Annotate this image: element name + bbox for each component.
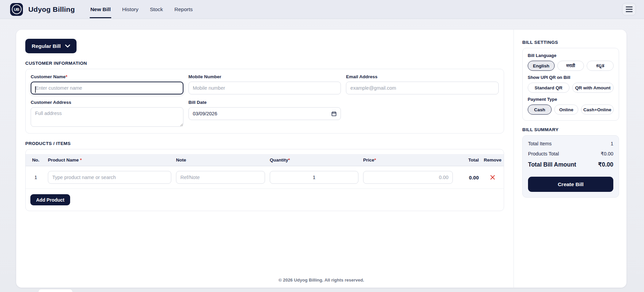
app-title: Udyog Billing [28, 5, 75, 13]
bill-language-label: Bill Language [528, 53, 614, 58]
bill-type-label: Regular Bill [32, 43, 61, 49]
summary-products-total: Products Total ₹0.00 [528, 151, 613, 156]
summary-total-items: Total Items 1 [528, 141, 613, 146]
col-note: Note [174, 157, 268, 163]
col-price: Price* [361, 157, 456, 163]
payment-type-label: Payment Type [528, 97, 614, 102]
quantity-input[interactable] [270, 171, 358, 184]
total-items-label: Total Items [528, 141, 552, 146]
product-name-input[interactable] [48, 171, 171, 184]
qr-option-standard[interactable]: Standard QR [528, 83, 569, 93]
create-bill-button[interactable]: Create Bill [528, 177, 613, 192]
bottom-toast-peek [38, 289, 73, 292]
products-table-header: No. Product Name * Note Quantity* Price*… [26, 154, 504, 166]
nav-item-stock[interactable]: Stock [150, 0, 163, 19]
logo-monogram: UB [12, 4, 22, 14]
language-option-kannada[interactable]: ಕನ್ನಡ [587, 61, 614, 71]
bill-type-dropdown[interactable]: Regular Bill [25, 39, 77, 53]
col-remove: Remove [481, 157, 504, 163]
total-items-value: 1 [611, 141, 613, 146]
add-product-button[interactable]: Add Product [30, 194, 70, 205]
nav-item-reports[interactable]: Reports [174, 0, 193, 19]
required-asterisk: * [66, 74, 67, 79]
remove-x-icon [490, 175, 495, 180]
bill-summary-title: BILL SUMMARY [522, 127, 619, 132]
language-option-english[interactable]: English [528, 61, 555, 71]
total-bill-amount-value: ₹0.00 [598, 161, 613, 168]
col-no: No. [26, 157, 46, 163]
customer-info-panel: Customer Name* Mobile Number Email Addre… [25, 69, 504, 134]
bill-form-card: Regular Bill CUSTOMER INFORMATION Custom… [16, 30, 626, 288]
customer-name-field: Customer Name* [31, 74, 183, 94]
price-input[interactable] [363, 171, 453, 184]
nav-item-new-bill[interactable]: New Bill [90, 0, 111, 19]
upi-qr-options: Standard QR QR with Amount [528, 83, 614, 93]
payment-option-online[interactable]: Online [554, 105, 578, 115]
row-number: 1 [26, 175, 46, 180]
bill-date-value: 03/09/2026 [193, 111, 217, 116]
customer-info-title: CUSTOMER INFORMATION [25, 61, 504, 66]
copyright-text: © 2026 Udyog Billing. All rights reserve… [16, 278, 626, 283]
qr-option-with-amount[interactable]: QR with Amount [572, 83, 614, 93]
payment-option-cash[interactable]: Cash [528, 105, 552, 115]
products-total-label: Products Total [528, 151, 559, 156]
mobile-number-input[interactable] [188, 82, 341, 94]
mobile-number-label: Mobile Number [188, 74, 222, 79]
bill-settings-title: BILL SETTINGS [522, 40, 619, 45]
customer-name-label: Customer Name [31, 74, 66, 79]
email-label: Email Address [346, 74, 377, 79]
col-total: Total [456, 157, 481, 163]
bill-language-options: English मराठी ಕನ್ನಡ [528, 61, 614, 71]
payment-option-cash-online[interactable]: Cash+Online [581, 105, 614, 115]
note-input[interactable] [176, 171, 265, 184]
products-title: PRODUCTS / ITEMS [25, 141, 504, 146]
product-row: 1 0.00 [26, 166, 504, 189]
col-quantity: Quantity* [268, 157, 361, 163]
customer-address-input[interactable] [31, 107, 183, 127]
upi-qr-label: Show UPI QR on Bill [528, 75, 614, 80]
calendar-icon[interactable] [331, 111, 336, 116]
total-bill-amount-label: Total Bill Amount [528, 161, 576, 168]
products-total-value: ₹0.00 [601, 151, 613, 156]
bill-settings-sidebar: BILL SETTINGS Bill Language English मराठ… [514, 30, 626, 288]
bill-summary-card: Total Items 1 Products Total ₹0.00 Total… [522, 135, 619, 198]
col-product-name: Product Name * [46, 157, 174, 163]
bill-date-field: Bill Date 03/09/2026 [188, 100, 341, 128]
chevron-down-icon [65, 45, 70, 48]
payment-type-options: Cash Online Cash+Online [528, 105, 614, 115]
summary-grand-total: Total Bill Amount ₹0.00 [528, 161, 613, 168]
nav-item-history[interactable]: History [122, 0, 138, 19]
bill-date-input[interactable]: 03/09/2026 [188, 107, 341, 120]
top-navbar: UB Udyog Billing New Bill History Stock … [0, 0, 644, 19]
email-input[interactable] [346, 82, 499, 94]
language-option-marathi[interactable]: मराठी [557, 61, 584, 71]
text-caret [35, 86, 36, 93]
main-nav: New Bill History Stock Reports [90, 0, 193, 19]
hamburger-icon [626, 6, 633, 7]
app-logo[interactable]: UB [10, 3, 23, 16]
customer-name-input[interactable] [31, 82, 183, 94]
bill-date-label: Bill Date [188, 100, 207, 105]
customer-address-label: Customer Address [31, 100, 71, 105]
customer-address-field: Customer Address [31, 100, 183, 128]
row-total: 0.00 [456, 175, 481, 180]
mobile-number-field: Mobile Number [188, 74, 341, 94]
menu-button[interactable] [622, 3, 636, 16]
bill-settings-card: Bill Language English मराठी ಕನ್ನಡ Show U… [522, 48, 619, 121]
remove-row-button[interactable] [481, 175, 504, 180]
email-field: Email Address [346, 74, 499, 94]
products-panel: No. Product Name * Note Quantity* Price*… [25, 149, 504, 211]
bill-form-content: Regular Bill CUSTOMER INFORMATION Custom… [16, 30, 514, 288]
